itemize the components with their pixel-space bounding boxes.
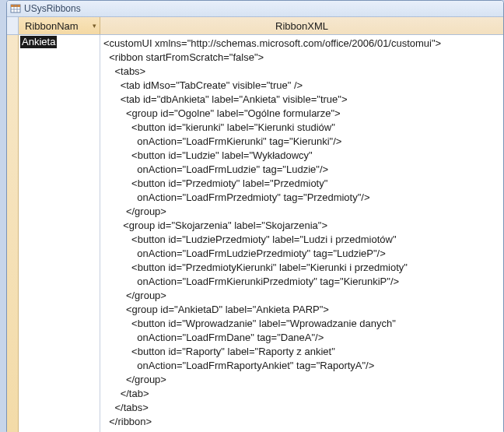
column-header-label: RibbonNam — [25, 20, 79, 32]
cell-ribbonxml[interactable]: <customUI xmlns="http://schemas.microsof… — [100, 35, 503, 432]
column-header-ribbonname[interactable]: RibbonNam ▾ — [19, 17, 100, 34]
svg-rect-1 — [11, 5, 20, 7]
cell-ribbonname[interactable]: Ankieta — [19, 35, 100, 432]
data-row: Ankieta <customUI xmlns="http://schemas.… — [7, 35, 503, 432]
datasheet-window: USysRibbons RibbonNam ▾ RibbonXML Ankiet… — [6, 0, 504, 432]
window-title: USysRibbons — [24, 3, 81, 14]
row-selector[interactable] — [7, 35, 19, 432]
column-header-label: RibbonXML — [275, 20, 328, 32]
table-icon — [10, 3, 21, 14]
row-selector-header[interactable] — [7, 17, 19, 34]
column-header-row: RibbonNam ▾ RibbonXML — [7, 17, 503, 35]
ribbonname-value: Ankieta — [20, 36, 57, 48]
title-bar[interactable]: USysRibbons — [7, 1, 503, 17]
chevron-down-icon[interactable]: ▾ — [93, 22, 96, 30]
column-header-ribbonxml[interactable]: RibbonXML — [100, 17, 503, 34]
